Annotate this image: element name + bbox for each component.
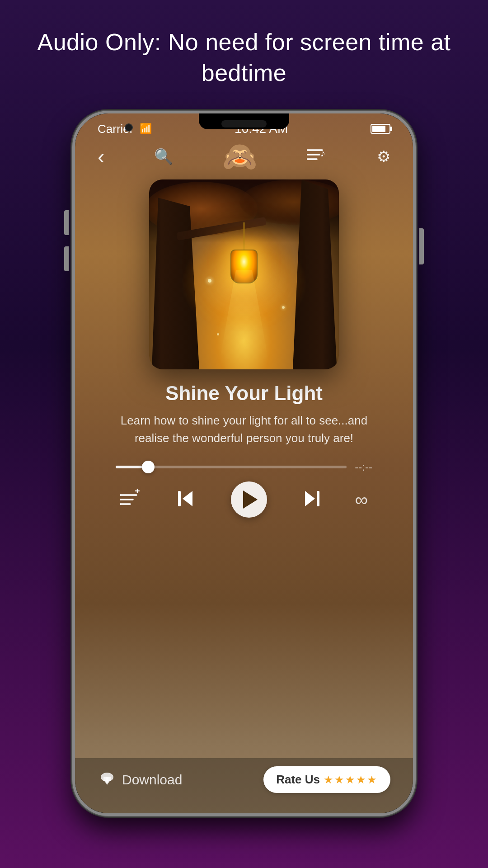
download-button[interactable]: Download [98, 770, 182, 789]
svg-rect-15 [106, 777, 108, 783]
svg-text:♪: ♪ [320, 147, 325, 159]
song-description: Learn how to shine your light for all to… [102, 412, 386, 447]
infinity-icon: ∞ [355, 490, 368, 509]
svg-rect-10 [317, 491, 319, 506]
top-header: Audio Only: No need for screen time at b… [0, 0, 488, 111]
power-button[interactable] [419, 228, 424, 264]
download-label: Download [122, 772, 182, 788]
queue-music-button[interactable]: ♪ [307, 146, 328, 166]
status-right [371, 124, 390, 134]
play-icon [243, 491, 258, 509]
queue-icon-svg: ♪ [307, 146, 328, 165]
playlist-add-icon: + [120, 489, 143, 509]
phone-screen: Carrier 📶 10:42 AM ‹ 🔍 🙈 [75, 113, 413, 813]
time-display: --:-- [355, 461, 372, 473]
skip-next-icon [300, 487, 322, 510]
svg-marker-9 [183, 491, 192, 506]
battery-tip [390, 127, 392, 131]
phone-frame: Carrier 📶 10:42 AM ‹ 🔍 🙈 [72, 111, 416, 816]
battery-fill [372, 126, 385, 132]
search-button[interactable]: 🔍 [154, 147, 173, 165]
play-button[interactable] [231, 481, 267, 518]
skip-prev-button[interactable] [175, 487, 198, 512]
progress-section: --:-- [102, 461, 386, 473]
skip-prev-icon [175, 487, 198, 510]
svg-text:+: + [135, 489, 140, 496]
song-title: Shine Your Light [165, 382, 323, 405]
battery-icon [371, 124, 390, 134]
skip-next-button[interactable] [300, 487, 322, 512]
nav-bar: ‹ 🔍 🙈 ♪ ⚙ [75, 136, 413, 175]
controls-bar: + [102, 473, 386, 522]
progress-thumb[interactable] [142, 461, 155, 473]
svg-rect-8 [178, 491, 181, 506]
progress-bar-row: --:-- [116, 461, 372, 473]
album-art-section: Shine Your Light Learn how to shine your… [75, 175, 413, 758]
rate-us-button[interactable]: Rate Us ★★★★★ [263, 766, 390, 793]
add-to-playlist-button[interactable]: + [120, 489, 143, 510]
stars-display: ★★★★★ [324, 774, 378, 786]
volume-button-down[interactable] [64, 246, 69, 271]
rate-label: Rate Us [276, 773, 320, 787]
phone-wrapper: Carrier 📶 10:42 AM ‹ 🔍 🙈 [68, 111, 420, 816]
back-button[interactable]: ‹ [98, 146, 104, 167]
header-title: Audio Only: No need for screen time at b… [36, 27, 452, 88]
repeat-button[interactable]: ∞ [355, 490, 368, 510]
settings-button[interactable]: ⚙ [377, 147, 390, 165]
volume-button-up[interactable] [64, 210, 69, 235]
monkey-logo: 🙈 [222, 142, 257, 170]
album-art [149, 179, 339, 369]
svg-marker-11 [305, 491, 315, 506]
speaker-dot [221, 120, 267, 127]
bottom-bar: Download Rate Us ★★★★★ [75, 758, 413, 813]
download-icon [98, 770, 117, 789]
wifi-icon: 📶 [140, 123, 152, 135]
progress-bar-track[interactable] [116, 466, 347, 468]
